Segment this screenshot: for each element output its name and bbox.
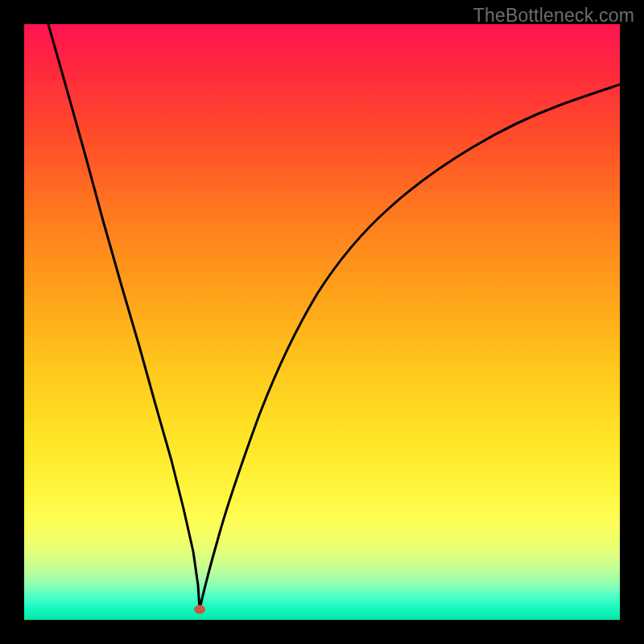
curve-left-branch xyxy=(48,24,200,609)
optimal-point-marker xyxy=(194,605,205,614)
curve-right-branch xyxy=(200,85,620,609)
chart-frame: TheBottleneck.com xyxy=(0,0,644,644)
plot-area xyxy=(24,24,620,620)
watermark-text: TheBottleneck.com xyxy=(473,5,634,27)
bottleneck-curve xyxy=(24,24,620,620)
